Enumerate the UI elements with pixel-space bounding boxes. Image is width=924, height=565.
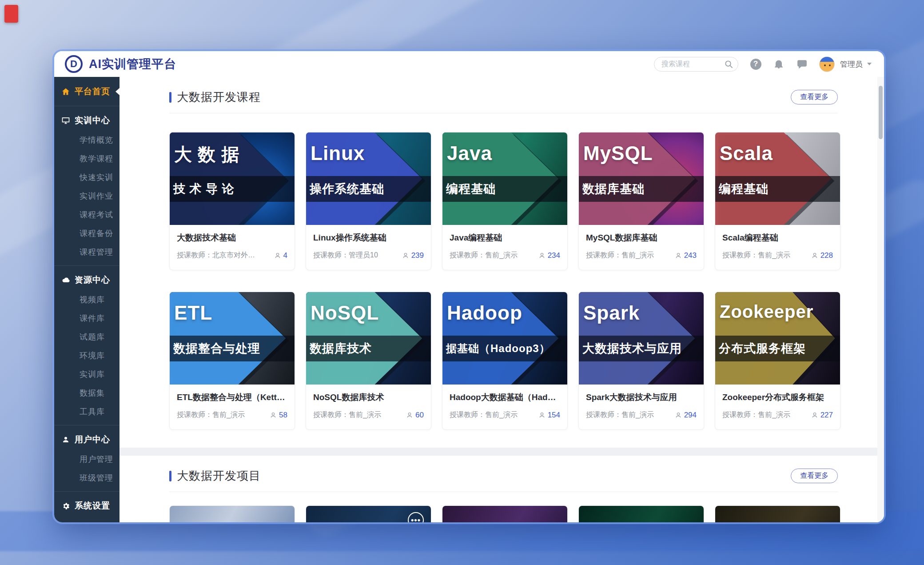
sidebar-item-dataset[interactable]: 数据集 [54, 384, 119, 402]
section-title: 大数据开发课程 [169, 89, 261, 105]
student-count: 4 [283, 251, 287, 260]
sidebar-group-user-center[interactable]: 用户中心 [54, 429, 119, 450]
student-count-icon [406, 412, 413, 419]
course-card[interactable]: Java 编程基础 Java编程基础 授课教师：售前_演示 234 [442, 132, 568, 270]
sidebar-item-training-library[interactable]: 实训库 [54, 365, 119, 384]
sidebar-item-home[interactable]: 平台首页 [54, 81, 119, 102]
course-teacher: 授课教师：售前_演示 [722, 410, 790, 420]
sidebar-item-study-overview[interactable]: 学情概览 [54, 131, 119, 149]
course-cover-image: MySQL 数据库基础 [579, 132, 704, 225]
student-count-icon [402, 252, 409, 259]
student-count: 60 [415, 411, 424, 420]
sidebar-item-training-homework[interactable]: 实训作业 [54, 187, 119, 205]
cover-title-text: MySQL [583, 142, 653, 164]
cover-title-text: Linux [311, 142, 365, 164]
desktop-taskbar-icon[interactable] [4, 5, 18, 23]
student-count: 243 [684, 251, 697, 260]
user-dropdown-caret-icon[interactable] [867, 63, 872, 65]
user-icon [61, 436, 71, 444]
sidebar-group-resource-center[interactable]: 资源中心 [54, 270, 119, 290]
student-count-icon [538, 252, 546, 259]
cover-subtitle-band: 分布式服务框架 [715, 336, 840, 361]
sidebar-item-user-management[interactable]: 用户管理 [54, 450, 119, 469]
cover-title-text: 大 数 据 [174, 142, 239, 167]
cover-title-text: Hadoop [447, 302, 522, 324]
search-icon[interactable] [725, 60, 733, 68]
course-card[interactable]: Hadoop 据基础（Hadoop3） Hadoop大数据基础（Hadoop3）… [442, 292, 568, 430]
sidebar-item-question-library[interactable]: 试题库 [54, 328, 119, 346]
gear-icon [61, 502, 71, 510]
project-card[interactable]: 大数据开发案例 [578, 505, 704, 522]
sidebar-item-course-backup[interactable]: 课程备份 [54, 224, 119, 243]
course-grid: 大 数 据 技 术 导 论 大数据技术基础 授课教师：北京市对外贸易学校教...… [169, 132, 838, 430]
sidebar-item-system-settings[interactable]: 系统设置 [54, 496, 119, 516]
sidebar-item-course-exams[interactable]: 课程考试 [54, 205, 119, 224]
sidebar-item-course-management[interactable]: 课程管理 [54, 243, 119, 261]
sidebar-group-label: 用户中心 [75, 434, 110, 445]
project-grid: 大数据开发案例 ••• 大数据开发案例 大数据开发案例 [169, 505, 838, 522]
cover-subtitle-band: 编程基础 [442, 176, 567, 202]
sidebar-group-training-center[interactable]: 实训中心 [54, 110, 119, 131]
student-count-icon [538, 412, 546, 419]
course-cover-image: Spark 大数据技术与应用 [579, 292, 704, 385]
search-box [654, 57, 738, 72]
app-header: D AI实训管理平台 ? 管理员 [54, 51, 884, 77]
view-more-button[interactable]: 查看更多 [791, 469, 838, 483]
sidebar-item-tool-library[interactable]: 工具库 [54, 402, 119, 421]
message-bubble-icon[interactable] [796, 58, 808, 70]
course-cover-image: Zookeeper 分布式服务框架 [715, 292, 840, 385]
help-icon[interactable]: ? [750, 58, 761, 70]
sidebar-item-teaching-courses[interactable]: 教学课程 [54, 149, 119, 168]
project-card[interactable]: 大数据开发案例 [169, 505, 295, 522]
course-title: Hadoop大数据基础（Hadoop3） [450, 392, 560, 403]
student-count-icon [270, 412, 277, 419]
course-card[interactable]: ETL 数据整合与处理 ETL数据整合与处理（Kettle） 授课教师：售前_演… [169, 292, 295, 430]
scrollbar-thumb[interactable] [879, 86, 883, 139]
course-teacher: 授课教师：售前_演示 [722, 251, 790, 260]
scrollbar-track[interactable] [877, 77, 884, 522]
sidebar-item-video-library[interactable]: 视频库 [54, 290, 119, 309]
project-card[interactable]: ••• 大数据开发案例 [306, 505, 431, 522]
project-cover-image: 大数据开发案例 [579, 506, 704, 522]
sidebar-item-courseware-library[interactable]: 课件库 [54, 309, 119, 328]
student-count: 154 [548, 411, 560, 420]
project-cover-image: 大数据开发案例 [442, 506, 567, 522]
view-more-button[interactable]: 查看更多 [791, 90, 838, 104]
project-cover-image: 大数据开发案例 [715, 506, 840, 522]
desktop-background: D AI实训管理平台 ? 管理员 [0, 0, 924, 565]
user-avatar[interactable] [819, 56, 835, 72]
cover-title-text: Spark [583, 302, 640, 324]
active-item-notch [116, 88, 119, 95]
project-card[interactable]: 大数据开发案例 [442, 505, 568, 522]
course-card[interactable]: Scala 编程基础 Scala编程基础 授课教师：售前_演示 228 [715, 132, 840, 270]
sidebar-item-class-management[interactable]: 班级管理 [54, 469, 119, 487]
course-cover-image: Linux 操作系统基础 [306, 132, 431, 225]
course-card[interactable]: MySQL 数据库基础 MySQL数据库基础 授课教师：售前_演示 243 [578, 132, 704, 270]
course-card[interactable]: Spark 大数据技术与应用 Spark大数据技术与应用 授课教师：售前_演示 … [578, 292, 704, 430]
sidebar-group-label: 实训中心 [75, 115, 110, 126]
project-cover-image: ••• 大数据开发案例 [306, 506, 431, 522]
student-count: 228 [820, 251, 833, 260]
course-cover-image: NoSQL 数据库技术 [306, 292, 431, 385]
cover-title-text: Java [447, 142, 492, 164]
course-card[interactable]: NoSQL 数据库技术 NoSQL数据库技术 授课教师：售前_演示 60 [306, 292, 431, 430]
course-teacher: 授课教师：售前_演示 [586, 251, 654, 260]
sidebar-item-quick-training[interactable]: 快速实训 [54, 168, 119, 187]
course-title: NoSQL数据库技术 [313, 392, 424, 403]
course-cover-image: Scala 编程基础 [715, 132, 840, 225]
student-count: 234 [548, 251, 560, 260]
app-title: AI实训管理平台 [89, 56, 176, 72]
notification-bell-icon[interactable] [773, 58, 785, 70]
course-card[interactable]: 大 数 据 技 术 导 论 大数据技术基础 授课教师：北京市对外贸易学校教...… [169, 132, 295, 270]
course-title: ETL数据整合与处理（Kettle） [177, 392, 287, 403]
user-name[interactable]: 管理员 [840, 59, 863, 69]
student-count: 227 [820, 411, 833, 420]
project-card[interactable]: 大数据开发案例 [715, 505, 840, 522]
course-cover-image: Java 编程基础 [442, 132, 567, 225]
sidebar-divider [54, 491, 119, 492]
cover-title-text: Zookeeper [720, 302, 813, 322]
course-card[interactable]: Linux 操作系统基础 Linux操作系统基础 授课教师：管理员10 239 [306, 132, 431, 270]
sidebar-item-environment-library[interactable]: 环境库 [54, 346, 119, 365]
course-section: 大数据开发课程 查看更多 大 数 据 技 术 导 论 大数据技术基础 [119, 77, 884, 448]
course-card[interactable]: Zookeeper 分布式服务框架 Zookeeper分布式服务框架 授课教师：… [715, 292, 840, 430]
